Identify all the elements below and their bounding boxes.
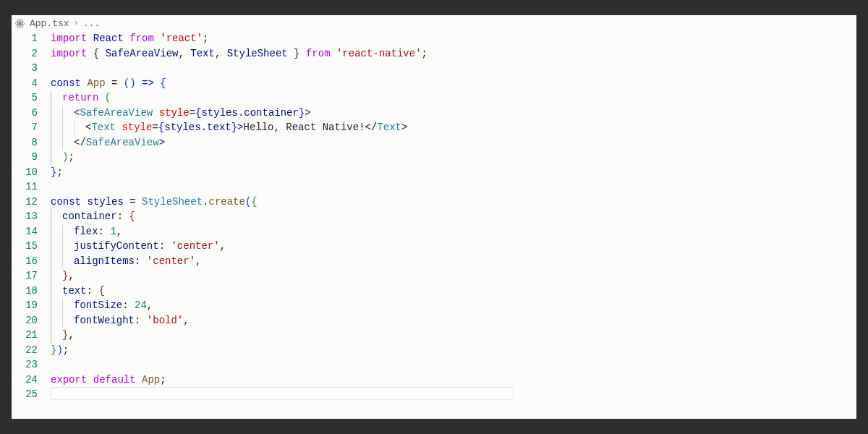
line-number: 18 [12,284,45,299]
breadcrumb-rest[interactable]: ... [83,18,100,29]
code-line[interactable]: container: { [51,209,856,224]
line-number: 21 [12,328,45,343]
indent-guide [51,239,51,254]
line-number-gutter: 1234567891011121314151617181920212223242… [12,31,45,419]
token: , [68,270,74,281]
token: : [122,299,135,311]
line-number: 16 [12,254,45,269]
token: , [183,315,189,326]
code-line[interactable]: <SafeAreaView style={styles.container}> [51,106,856,121]
code-line[interactable]: justifyContent: 'center', [51,239,856,254]
breadcrumb-filename[interactable]: App.tsx [30,18,69,29]
breadcrumb[interactable]: App.tsx › ... [12,15,856,31]
react-file-icon [14,18,25,29]
indent-guide [51,313,51,328]
indent-guide [62,135,63,150]
indent-guide [62,239,63,254]
code-line[interactable]: fontSize: 24, [51,298,856,313]
code-line[interactable] [51,387,856,402]
code-line[interactable] [51,179,856,195]
code-line[interactable]: }); [51,343,856,358]
token: import [51,33,93,44]
token: = [124,196,142,208]
line-number: 7 [12,120,45,135]
line-number: 25 [12,387,45,402]
code-line[interactable]: <Text style={styles.text}>Hello, React N… [51,120,856,135]
indent-guide [51,90,51,106]
line-number: 8 [12,135,45,150]
token: import [51,48,93,59]
token: fontSize [74,299,122,311]
code-line[interactable]: text: { [51,284,856,299]
token: from [129,33,160,44]
code-line[interactable]: const App = () => { [51,76,856,91]
line-number: 2 [12,46,45,61]
token: ; [160,374,166,386]
token: React [93,33,129,44]
indent-guide [62,224,63,239]
line-number: 1 [12,31,45,46]
token: App [142,374,160,386]
line-number: 10 [12,165,45,180]
line-number: 9 [12,150,45,165]
token: export default [51,374,142,386]
line-number: 24 [12,373,45,388]
code-line[interactable]: import { SafeAreaView, Text, StyleSheet … [51,46,856,61]
code-line[interactable]: flex: 1, [51,224,856,239]
token: > [401,122,407,133]
indent-guide [51,254,51,269]
code-line[interactable]: import React from 'react'; [51,31,856,46]
token: const [51,196,87,208]
editor-window: App.tsx › ... 12345678910111213141516171… [12,15,856,419]
token: () [124,77,136,89]
token: . [201,122,207,133]
line-number: 11 [12,179,45,195]
token: = [190,107,195,119]
token: } [231,122,237,133]
code-line[interactable]: }; [51,165,856,180]
code-line[interactable]: fontWeight: 'bold', [51,313,856,328]
token: Text [190,48,215,59]
token: , [220,240,226,252]
code-line[interactable]: </SafeAreaView> [51,135,856,150]
code-line[interactable]: return ( [51,90,856,106]
token: StyleSheet [142,196,203,208]
indent-guide [51,298,51,313]
token: container [244,107,299,119]
token: text [62,285,87,297]
token: StyleSheet [227,48,288,59]
code-line[interactable]: }, [51,268,856,284]
indent-guide [51,209,51,224]
code-line[interactable] [51,357,856,373]
token: Text [91,122,122,133]
token: ) [56,344,62,356]
code-area[interactable]: import React from 'react';import { SafeA… [45,31,856,419]
token: ; [203,33,208,44]
code-line[interactable]: }, [51,328,856,343]
token: { [98,285,104,297]
token: , [116,226,122,237]
token: > [237,122,243,133]
indent-guide [74,120,75,135]
token: : [135,255,147,267]
token: ( [105,92,111,103]
indent-guide [51,150,51,165]
token: { [158,122,164,133]
token: from [306,48,336,59]
token: style [159,107,190,119]
code-editor[interactable]: 1234567891011121314151617181920212223242… [12,31,856,419]
cursor-line-highlight [51,387,514,400]
token: 1 [110,226,116,237]
code-line[interactable]: const styles = StyleSheet.create({ [51,195,856,210]
code-line[interactable]: export default App; [51,373,856,388]
code-line[interactable] [51,61,856,76]
token: SafeAreaView [80,107,158,119]
code-line[interactable]: alignItems: 'center', [51,254,856,269]
line-number: 17 [12,268,45,284]
token: , [215,48,227,59]
token: { [129,210,135,222]
token: text [207,122,231,133]
code-line[interactable]: ); [51,150,856,165]
line-number: 3 [12,61,45,76]
token: 'bold' [147,315,183,326]
